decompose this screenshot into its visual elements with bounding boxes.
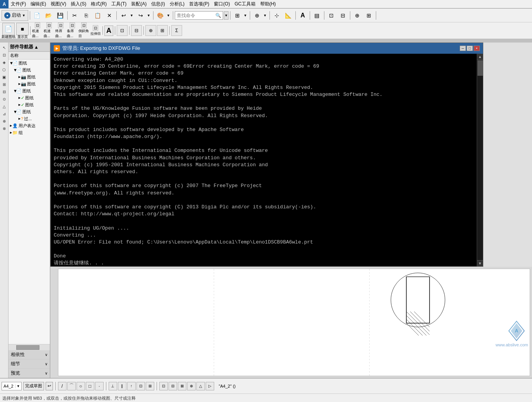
undo-action-btn[interactable]: ↩	[46, 382, 53, 390]
open-btn[interactable]: 📂	[43, 10, 54, 21]
display-page-btn[interactable]: ■	[16, 23, 29, 35]
search-icon[interactable]: 🔍	[215, 13, 221, 18]
v-icon-extend[interactable]: ⊿	[1, 110, 8, 117]
tree-item-7[interactable]: ▼ 📄 图纸	[9, 108, 50, 115]
tree-item-9[interactable]: ► 👤 用户表达	[9, 122, 50, 129]
tool-d[interactable]: ⊕	[187, 382, 196, 390]
menu-format[interactable]: 格式(R)	[89, 0, 109, 8]
region-btn[interactable]: ⊟	[338, 10, 348, 21]
render-btn[interactable]: 🎨	[155, 10, 166, 21]
measure-btn[interactable]: 📐	[283, 10, 294, 21]
border-btn[interactable]: ⊡	[117, 25, 128, 36]
v-icon-layer[interactable]: ⊡	[1, 51, 8, 58]
tool-a[interactable]: ⊡	[159, 382, 168, 390]
scroll-up-btn[interactable]: ▲	[477, 54, 483, 60]
cut-btn[interactable]: ✂	[69, 10, 80, 21]
view-dropdown-arrow[interactable]: ▼	[15, 384, 21, 388]
menu-analysis[interactable]: 分析(L)	[167, 0, 187, 8]
tree-item-5[interactable]: ► ✓ 图纸	[9, 94, 50, 101]
snap-2[interactable]: ∥	[118, 382, 126, 390]
snap-5[interactable]: ⊞	[146, 382, 154, 390]
nav-scrollbar-thumb[interactable]	[16, 345, 39, 350]
zoom-btn[interactable]: ⊕	[252, 10, 263, 21]
menu-info[interactable]: 信息(I)	[149, 0, 167, 8]
menu-assembly[interactable]: 装配(A)	[129, 0, 149, 8]
label-btn[interactable]: ⊞	[363, 10, 374, 21]
tree-item-2[interactable]: ► 📷 图纸	[9, 73, 50, 80]
snap-4[interactable]: ⊡	[136, 382, 145, 390]
tree-item-3[interactable]: ► 📷 图纸	[9, 80, 50, 87]
tool-e[interactable]: △	[196, 382, 205, 390]
custom-symbol-btn[interactable]: Σ	[171, 25, 182, 36]
redo-arrow[interactable]: ▼	[147, 10, 152, 21]
menu-preferences[interactable]: 首选项(P)	[187, 0, 211, 8]
draw-circle-btn[interactable]: ○	[77, 382, 85, 390]
tool-1-btn[interactable]: ⊡	[35, 22, 40, 28]
draw-line-btn[interactable]: /	[58, 382, 66, 390]
tool-b[interactable]: ⊟	[169, 382, 177, 390]
undo-arrow[interactable]: ▼	[130, 10, 135, 21]
center-mark-btn[interactable]: ⊕	[145, 25, 156, 36]
scroll-down-btn[interactable]: ▼	[477, 260, 483, 266]
tool-5-btn[interactable]: ⊡	[81, 22, 87, 28]
tree-item-10[interactable]: ► 📁 组	[9, 129, 50, 136]
zoom-arrow[interactable]: ▼	[263, 10, 268, 21]
draw-point-btn[interactable]: ·	[95, 382, 104, 390]
text-annotation-btn[interactable]: A	[104, 26, 113, 36]
terminal-close[interactable]: ×	[474, 46, 480, 51]
tool-c[interactable]: ⊠	[178, 382, 186, 390]
preview-panel-header[interactable]: 预览 ∨	[9, 369, 50, 378]
v-icon-add[interactable]: ⊕	[1, 118, 8, 124]
detail-panel-header[interactable]: 细节 ∨	[9, 359, 50, 369]
grid-arrow[interactable]: ▼	[244, 10, 248, 21]
nav-arrow[interactable]: ▲	[34, 44, 39, 50]
v-icon-select[interactable]: ↖	[1, 44, 8, 51]
menu-window[interactable]: 窗口(O)	[211, 0, 232, 8]
menu-help[interactable]: 帮助(H)	[258, 0, 278, 8]
redo-btn[interactable]: ↪	[135, 10, 146, 21]
tool-6-btn[interactable]: ⊡	[93, 25, 98, 31]
style-btn[interactable]: ▤	[312, 10, 322, 21]
center-line-btn[interactable]: ⊞	[157, 25, 168, 36]
terminal-scrollbar[interactable]: ▲ ▼	[477, 54, 483, 266]
tree-item-1[interactable]: ▼ 📄 图纸	[9, 66, 50, 73]
menu-gctoolbox[interactable]: GC工具箱	[232, 0, 258, 8]
snap-3[interactable]: ↑	[127, 382, 136, 390]
v-icon-grid[interactable]: ▣	[1, 73, 8, 80]
save-btn[interactable]: 💾	[55, 10, 66, 21]
search-dropdown[interactable]: ▼	[224, 11, 228, 20]
undo-btn[interactable]: ↩	[118, 10, 129, 21]
terminal-minimize[interactable]: ─	[460, 46, 466, 51]
render-arrow[interactable]: ▼	[167, 10, 171, 21]
terminal-maximize[interactable]: □	[467, 46, 473, 51]
v-icon-constraint[interactable]: ⊞	[1, 81, 8, 88]
tree-item-0[interactable]: ▼ 📄 图纸	[9, 60, 50, 66]
grid-btn[interactable]: ⊞	[232, 10, 243, 21]
menu-file[interactable]: 文件(F)	[9, 0, 28, 8]
menu-insert[interactable]: 插入(S)	[68, 0, 89, 8]
menu-view[interactable]: 视图(V)	[48, 0, 68, 8]
text-btn[interactable]: A	[297, 10, 308, 21]
v-icon-3d[interactable]: ◈	[1, 59, 8, 66]
scroll-thumb[interactable]	[477, 60, 483, 76]
snap-btn[interactable]: ⊹	[271, 10, 282, 21]
draw-arc-btn[interactable]: ⌒	[67, 382, 76, 390]
v-icon-measure2[interactable]: ⊟	[1, 88, 8, 95]
search-input[interactable]	[177, 13, 215, 18]
new-btn[interactable]: 📄	[32, 10, 43, 21]
delete-btn[interactable]: ✕	[104, 10, 115, 21]
new-drawing-btn[interactable]: 📄	[2, 23, 15, 35]
terminal-body[interactable]: Converting view: A4_2@0 Error creating 2…	[51, 54, 477, 266]
v-icon-subtract[interactable]: ⊗	[1, 125, 8, 132]
tool-2-btn[interactable]: ⊡	[46, 22, 52, 28]
start-button[interactable]: ● 启动 ▼	[2, 10, 28, 21]
tool-4-btn[interactable]: ⊡	[70, 22, 75, 28]
tree-item-6[interactable]: ► ✓ 图纸	[9, 101, 50, 108]
tree-item-8[interactable]: ► ? 过...	[9, 115, 50, 122]
menu-edit[interactable]: 编辑(E)	[28, 0, 48, 8]
draw-rect-btn[interactable]: □	[86, 382, 94, 390]
section-line-btn[interactable]: ⊟	[131, 25, 142, 36]
snap-1[interactable]: ⊥	[109, 382, 117, 390]
v-icon-view[interactable]: ⊙	[1, 95, 8, 102]
dependence-panel-header[interactable]: 相依性 ∨	[9, 350, 50, 359]
